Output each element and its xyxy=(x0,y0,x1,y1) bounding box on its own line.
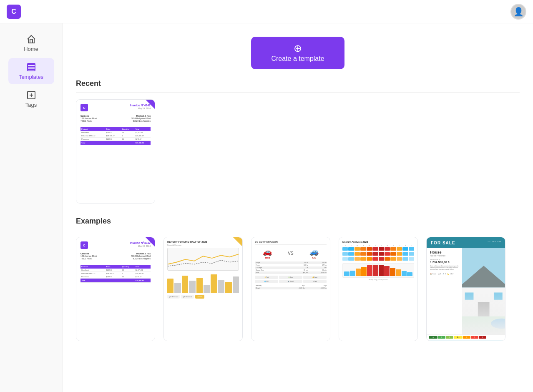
ev-title: EV COMPARAISON xyxy=(255,241,327,245)
content-area: ⊕ Create a template Recent C Invoice N°4… xyxy=(63,23,533,392)
svg-rect-10 xyxy=(462,287,505,316)
house-location: Aix-en-Provence xyxy=(430,254,459,257)
template-card-ev-example[interactable]: EV COMPARAISON 🚗 Tesla VS 🚙 KIA xyxy=(251,237,330,341)
house-price: 1 234 500,00 € xyxy=(430,261,459,264)
heatmap-title: Energy Analysis 2023 xyxy=(342,241,414,243)
invoice-company: Carbone 135 Avenue Mont 75001 Paris xyxy=(80,115,97,123)
house-description: Come and discover this exceptional prope… xyxy=(430,265,459,271)
house-for-sale-label: FOR SALE xyxy=(431,241,455,245)
sidebar-item-home[interactable]: Home xyxy=(8,30,54,56)
templates-icon xyxy=(26,62,36,72)
heatmap-preview: Energy Analysis 2023 J F M A M J J A S xyxy=(339,237,417,341)
invoice-preview: C Invoice N°4242 May 19, 2024 Carbone 13… xyxy=(76,100,155,203)
plus-icon: ⊕ xyxy=(294,43,302,53)
recent-cards-row: C Invoice N°4242 May 19, 2024 Carbone 13… xyxy=(76,99,520,204)
home-icon xyxy=(26,34,36,44)
tags-icon xyxy=(26,90,36,100)
invoice-example-preview: C Invoice N°4242 May 19, 2024 Carbone 13… xyxy=(76,237,155,341)
template-card-report-example[interactable]: REPORT FOR 2ND HALF OF 2023 Financial Ov… xyxy=(163,237,243,341)
recent-section: Recent C Invoice N°4242 May 19, 2024 xyxy=(76,79,520,204)
ev-preview: EV COMPARAISON 🚗 Tesla VS 🚙 KIA xyxy=(251,237,330,341)
invoice-title: Invoice N°4242 xyxy=(130,104,151,107)
house-image xyxy=(462,248,505,334)
template-card-invoice-example[interactable]: C Invoice N°4242 May 19, 2024 Carbone 13… xyxy=(76,237,155,341)
examples-section: Examples C Invoice N°4242 May 19, 2024 xyxy=(76,217,520,341)
house-header: FOR SALE +33 1 23 45 67 89 xyxy=(427,237,505,248)
examples-heading: Examples xyxy=(76,217,520,230)
report-title: REPORT FOR 2ND HALF OF 2023 xyxy=(167,241,239,243)
examples-cards-row: C Invoice N°4242 May 19, 2024 Carbone 13… xyxy=(76,237,520,341)
svg-rect-13 xyxy=(465,292,473,299)
svg-rect-14 xyxy=(494,292,503,299)
create-template-area: ⊕ Create a template xyxy=(76,23,520,79)
house-name: House xyxy=(430,250,459,254)
svg-point-15 xyxy=(491,319,505,329)
app-logo[interactable]: C xyxy=(7,5,21,19)
invoice-date: May 19, 2024 xyxy=(130,107,151,110)
invoice-logo: C xyxy=(80,104,88,111)
svg-rect-12 xyxy=(478,302,489,317)
svg-rect-9 xyxy=(462,313,505,334)
template-card-invoice-recent[interactable]: C Invoice N°4242 May 19, 2024 Carbone 13… xyxy=(76,99,155,204)
sidebar-item-templates[interactable]: Templates xyxy=(8,58,54,84)
sidebar: Home Templates Tags xyxy=(0,23,63,392)
user-avatar[interactable]: 👤 xyxy=(510,4,526,20)
template-card-house-example[interactable]: FOR SALE +33 1 23 45 67 89 House Aix-en-… xyxy=(426,237,505,341)
invoice-table: Product Price Quantity Total Headband$23… xyxy=(80,127,151,145)
main-layout: Home Templates Tags xyxy=(0,23,533,392)
report-preview: REPORT FOR 2ND HALF OF 2023 Financial Ov… xyxy=(164,237,242,341)
sidebar-item-tags[interactable]: Tags xyxy=(8,86,54,112)
topbar: C 👤 xyxy=(0,0,533,23)
create-template-button[interactable]: ⊕ Create a template xyxy=(251,37,344,69)
template-card-heatmap-example[interactable]: Energy Analysis 2023 J F M A M J J A S xyxy=(339,237,418,341)
invoice-client: Michael J. Fox 5834 Hollywood Blvd 90028… xyxy=(131,115,151,122)
house-preview: FOR SALE +33 1 23 45 67 89 House Aix-en-… xyxy=(427,237,505,341)
recent-heading: Recent xyxy=(76,79,520,93)
